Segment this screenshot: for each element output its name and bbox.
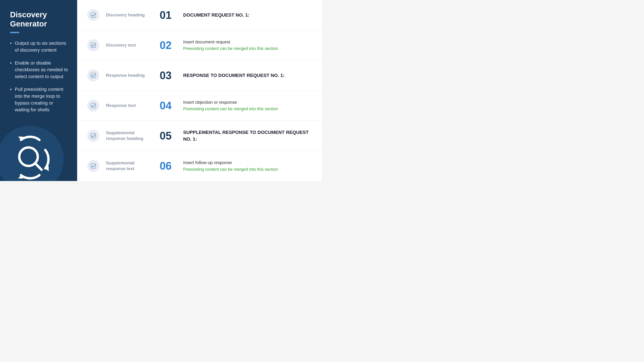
row-1-main-text: DOCUMENT REQUEST NO. 1: <box>183 12 312 18</box>
row-5-content: SUPPLEMENTAL RESPONSE TO DOCUMENT REQUES… <box>183 129 312 142</box>
right-panel: Discovery heading 01 DOCUMENT REQUEST NO… <box>77 0 322 181</box>
row-1-content: DOCUMENT REQUEST NO. 1: <box>183 12 312 18</box>
row-5-number: 05 <box>160 130 176 141</box>
row-1-number: 01 <box>160 10 176 20</box>
row-6-sub-text: Preexisting content can be merged into t… <box>183 166 312 172</box>
checkbox-5[interactable] <box>87 130 99 142</box>
bullet-item-1: Output up to six sections of discovery c… <box>10 40 69 53</box>
svg-point-0 <box>0 126 64 181</box>
row-5-label: Supplemental response heading <box>106 130 153 141</box>
row-2-label: Discovery text <box>106 42 153 48</box>
left-panel: Discovery Generator Output up to six sec… <box>0 0 77 181</box>
bullet-item-3: Pull preexisting content into the merge … <box>10 86 69 113</box>
row-4-label: Response text <box>106 103 153 108</box>
row-3-content: RESPONSE TO DOCUMENT REQUEST NO. 1: <box>183 72 312 79</box>
checkbox-3[interactable] <box>87 69 99 81</box>
row-2: Discovery text 02 Insert document reques… <box>77 30 322 60</box>
accent-bar <box>10 32 19 33</box>
row-4-main-text: Insert objection or response <box>183 99 312 105</box>
row-5: Supplemental response heading 05 SUPPLEM… <box>77 121 322 151</box>
row-1: Discovery heading 01 DOCUMENT REQUEST NO… <box>77 0 322 30</box>
checkbox-2[interactable] <box>87 39 99 51</box>
row-4: Response text 04 Insert objection or res… <box>77 90 322 121</box>
row-3: Response heading 03 RESPONSE TO DOCUMENT… <box>77 60 322 90</box>
row-2-main-text: Insert document request <box>183 39 312 45</box>
row-6-number: 06 <box>160 161 176 171</box>
row-6-main-text: Insert follow-up response <box>183 160 312 166</box>
row-1-label: Discovery heading <box>106 12 153 18</box>
row-2-content: Insert document request Preexisting cont… <box>183 39 312 51</box>
row-6-content: Insert follow-up response Preexisting co… <box>183 160 312 172</box>
row-3-label: Response heading <box>106 72 153 78</box>
row-4-number: 04 <box>160 100 176 111</box>
row-5-main-text: SUPPLEMENTAL RESPONSE TO DOCUMENT REQUES… <box>183 129 312 142</box>
row-2-number: 02 <box>160 40 176 51</box>
row-6-label: Supplemental response text <box>106 160 153 172</box>
row-4-sub-text: Preexisting content can be merged into t… <box>183 106 312 112</box>
row-6: Supplemental response text 06 Insert fol… <box>77 151 322 181</box>
row-2-sub-text: Preexisting content can be merged into t… <box>183 45 312 51</box>
row-4-content: Insert objection or response Preexisting… <box>183 99 312 112</box>
checkbox-1[interactable] <box>87 9 99 21</box>
row-3-main-text: RESPONSE TO DOCUMENT REQUEST NO. 1: <box>183 72 312 79</box>
bullet-item-2: Enable or disable checkboxes as needed t… <box>10 60 69 80</box>
checkbox-6[interactable] <box>87 160 99 172</box>
checkbox-4[interactable] <box>87 99 99 112</box>
row-3-number: 03 <box>160 70 176 81</box>
app-title: Discovery Generator <box>10 10 69 28</box>
circle-graphic <box>0 124 66 181</box>
